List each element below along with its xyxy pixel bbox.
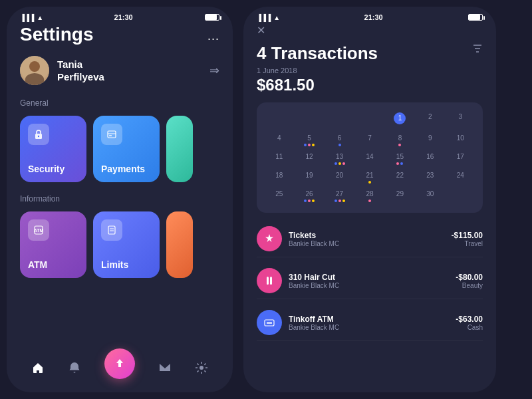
nav-notifications[interactable] xyxy=(68,361,81,378)
cal-day-14[interactable]: 14 xyxy=(355,150,384,168)
nav-messages[interactable] xyxy=(158,361,172,378)
general-section-label: General xyxy=(20,98,219,108)
cal-day-28[interactable]: 28 xyxy=(355,188,384,205)
transaction-date: 1 June 2018 xyxy=(257,66,483,74)
atm-trans-category: Cash xyxy=(456,324,483,331)
cal-day-20[interactable]: 20 xyxy=(325,169,354,186)
cal-day-24[interactable]: 24 xyxy=(446,169,475,186)
cal-day-4[interactable]: 4 xyxy=(265,132,293,149)
cal-day-10[interactable]: 10 xyxy=(446,132,475,149)
wifi-icon-right: ▲ xyxy=(273,14,280,21)
time-left: 21:30 xyxy=(114,13,133,21)
haircut-icon xyxy=(257,268,282,293)
cal-day-9[interactable]: 9 xyxy=(416,132,444,149)
tickets-info: Tickets Bankie Black MC xyxy=(289,231,445,247)
transaction-item: 310 Hair Cut Bankie Black MC -$80.00 Bea… xyxy=(257,263,483,299)
settings-content: Settings ··· Tania Perfilyeva ⇒ General xyxy=(7,24,233,346)
haircut-category: Beauty xyxy=(456,282,483,289)
svg-rect-4 xyxy=(109,135,112,136)
profile-row: Tania Perfilyeva ⇒ xyxy=(20,56,219,85)
cal-day-27[interactable]: 27 xyxy=(325,188,354,205)
tickets-bank: Bankie Black MC xyxy=(289,240,445,247)
profile-info: Tania Perfilyeva xyxy=(20,56,104,85)
transaction-total: $681.50 xyxy=(257,76,483,94)
svg-rect-2 xyxy=(108,131,116,138)
cal-day-1[interactable]: 1 xyxy=(386,110,414,130)
avatar[interactable] xyxy=(20,56,49,85)
close-button[interactable]: ✕ xyxy=(257,24,483,37)
cal-empty xyxy=(355,110,384,130)
battery-container-left xyxy=(203,14,219,21)
signal-icon-right: ▐▐▐ xyxy=(257,14,271,21)
haircut-amount: -$80.00 xyxy=(456,273,483,282)
cal-day-18[interactable]: 18 xyxy=(265,169,293,186)
cal-day-2[interactable]: 2 xyxy=(416,110,444,130)
battery-container-right xyxy=(467,14,483,21)
limits-card-label: Limits xyxy=(101,259,128,270)
overflow-card[interactable] xyxy=(166,116,193,182)
bottom-nav xyxy=(7,346,233,392)
tickets-amount-container: -$115.00 Travel xyxy=(452,231,483,247)
atm-card[interactable]: ATM ATM xyxy=(20,211,86,278)
atm-trans-amount-container: -$63.00 Cash xyxy=(456,315,483,331)
cal-day-11[interactable]: 11 xyxy=(265,150,293,168)
cal-day-3[interactable]: 3 xyxy=(446,110,475,130)
nav-settings[interactable] xyxy=(195,361,208,378)
atm-trans-bank: Bankie Black MC xyxy=(289,324,449,331)
atm-trans-info: Tinkoff ATM Bankie Black MC xyxy=(289,315,449,331)
cal-day-12[interactable]: 12 xyxy=(295,150,323,168)
more-menu-button[interactable]: ··· xyxy=(207,32,219,46)
cal-empty xyxy=(265,110,293,130)
wifi-icon: ▲ xyxy=(37,14,43,21)
information-section-label: Information xyxy=(20,194,219,203)
tickets-name: Tickets xyxy=(289,231,445,240)
cal-day-8[interactable]: 8 xyxy=(386,132,414,149)
calendar: 1234567891011121314151617181920212223242… xyxy=(257,102,483,213)
limits-card[interactable]: Limits xyxy=(93,211,160,278)
cal-day-5[interactable]: 5 xyxy=(295,132,323,149)
cal-day-26[interactable]: 26 xyxy=(295,188,323,205)
security-icon xyxy=(28,124,49,145)
tickets-category: Travel xyxy=(452,240,483,247)
transaction-item: Tinkoff ATM Bankie Black MC -$63.00 Cash xyxy=(257,305,483,341)
payments-card[interactable]: Payments xyxy=(93,116,160,182)
cal-day-25[interactable]: 25 xyxy=(265,188,293,205)
cal-day-19[interactable]: 19 xyxy=(295,169,323,186)
cal-day-13[interactable]: 13 xyxy=(325,150,354,168)
profile-name: Tania Perfilyeva xyxy=(57,58,104,84)
nav-home[interactable] xyxy=(31,361,45,378)
cal-day-16[interactable]: 16 xyxy=(416,150,444,168)
information-grid: ATM ATM Limits xyxy=(20,211,219,278)
transaction-item: Tickets Bankie Black MC -$115.00 Travel xyxy=(257,221,483,257)
atm-trans-amount: -$63.00 xyxy=(456,315,483,324)
battery-left xyxy=(205,14,219,21)
security-card[interactable]: Security xyxy=(20,116,86,182)
cal-day-15[interactable]: 15 xyxy=(386,150,414,168)
atm-card-label: ATM xyxy=(28,259,47,270)
svg-point-10 xyxy=(200,366,203,370)
tickets-amount: -$115.00 xyxy=(452,231,483,240)
general-grid: Security Payments xyxy=(20,116,219,182)
svg-rect-12 xyxy=(270,277,272,285)
cal-day-6[interactable]: 6 xyxy=(325,132,354,149)
status-bar-left: ▐▐▐ ▲ 21:30 xyxy=(7,7,233,24)
haircut-bank: Bankie Black MC xyxy=(289,282,449,289)
cal-day-17[interactable]: 17 xyxy=(446,150,475,168)
status-right-left: ▐▐▐ ▲ xyxy=(257,14,280,21)
cal-day-29[interactable]: 29 xyxy=(386,188,414,205)
logout-icon[interactable]: ⇒ xyxy=(209,63,219,78)
cal-day-21[interactable]: 21 xyxy=(355,169,384,186)
filter-icon[interactable] xyxy=(472,43,483,57)
cal-day-22[interactable]: 22 xyxy=(386,169,414,186)
cal-day-23[interactable]: 23 xyxy=(416,169,444,186)
haircut-name: 310 Hair Cut xyxy=(289,273,449,282)
fab-upload-button[interactable] xyxy=(104,348,135,379)
battery-right xyxy=(468,14,483,21)
cal-day-7[interactable]: 7 xyxy=(355,132,384,149)
svg-rect-11 xyxy=(267,277,269,285)
ca-card[interactable] xyxy=(166,211,193,278)
calendar-grid: 1234567891011121314151617181920212223242… xyxy=(265,110,475,205)
limits-icon xyxy=(101,219,122,241)
cal-day-30[interactable]: 30 xyxy=(416,188,444,205)
haircut-info: 310 Hair Cut Bankie Black MC xyxy=(289,273,449,289)
